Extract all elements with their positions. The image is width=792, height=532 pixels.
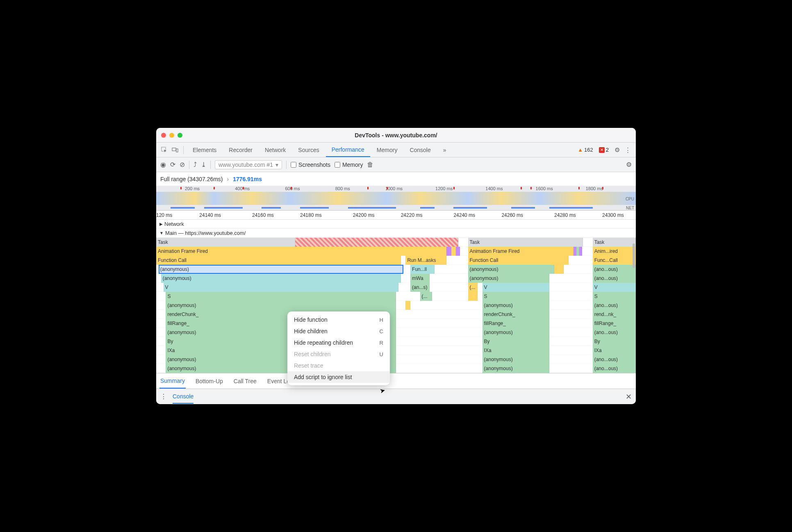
flame-bar[interactable]: S (482, 292, 550, 301)
tab-elements[interactable]: Elements (187, 143, 222, 157)
tab-network[interactable]: Network (259, 143, 291, 157)
flame-bar[interactable] (451, 247, 456, 256)
flame-bar[interactable] (576, 247, 579, 256)
tab-sources[interactable]: Sources (292, 143, 325, 157)
close-window-button[interactable] (161, 133, 166, 138)
flame-bar[interactable]: Fun...ll (410, 265, 435, 274)
flame-bar[interactable]: S (593, 292, 636, 301)
settings-gear-icon[interactable]: ⚙ (612, 145, 622, 155)
errors-badge[interactable]: ✕ 2 (599, 147, 609, 153)
flame-bar[interactable]: mWa (410, 274, 430, 283)
recording-selector[interactable]: www.youtube.com #1 ▾ (215, 160, 282, 169)
flame-bar[interactable]: V (482, 283, 550, 292)
flame-bar[interactable]: Animation Frame Fired (156, 247, 446, 256)
flame-bar[interactable]: V (593, 283, 636, 292)
flame-bar[interactable]: IXa (593, 346, 636, 355)
flame-bar[interactable] (405, 301, 410, 310)
flame-bar[interactable]: By (593, 337, 636, 346)
flame-bar[interactable]: (anonymous) (468, 274, 550, 283)
flame-bar[interactable]: (ano...ous) (593, 364, 636, 373)
flame-bar[interactable] (468, 292, 478, 301)
flame-bar[interactable]: fillRange_ (593, 319, 636, 328)
timeline-overview[interactable]: 200 ms 400 ms 600 ms 800 ms 1000 ms 1200… (156, 186, 636, 211)
tab-call-tree[interactable]: Call Tree (233, 373, 257, 389)
inspect-icon[interactable] (159, 145, 169, 155)
gc-icon[interactable]: 🗑 (367, 161, 373, 168)
flame-bar[interactable]: Run M...asks (405, 256, 446, 265)
flame-bar[interactable] (554, 265, 564, 274)
flame-bar[interactable]: By (482, 337, 550, 346)
flame-bar[interactable]: fillRange_ (482, 319, 550, 328)
flame-bar[interactable]: Task (593, 238, 636, 247)
tab-memory[interactable]: Memory (371, 143, 403, 157)
screenshots-checkbox[interactable] (291, 162, 296, 168)
flame-bar[interactable] (456, 247, 460, 256)
flame-bar[interactable]: (... (420, 292, 432, 301)
tab-summary[interactable]: Summary (159, 373, 186, 389)
tab-console[interactable]: Console (404, 143, 436, 157)
flame-bar-long-task[interactable] (295, 238, 458, 247)
kebab-menu-icon[interactable]: ⋮ (623, 145, 633, 155)
full-range-label[interactable]: Full range (34307.26ms) (160, 176, 223, 182)
menu-hide-function[interactable]: Hide function H (287, 314, 390, 325)
flame-bar[interactable]: Function Call (468, 256, 569, 265)
flame-bar[interactable]: (anonymous) (468, 265, 555, 274)
selected-range[interactable]: 1776.91ms (233, 176, 262, 182)
flame-bar[interactable]: Func...Call (593, 256, 636, 265)
flame-bar[interactable] (579, 247, 582, 256)
flame-bar[interactable]: V (164, 283, 398, 292)
flame-bar[interactable]: Function Call (156, 256, 401, 265)
close-drawer-icon[interactable]: ✕ (626, 392, 632, 401)
flame-bar[interactable]: (anonymous) (166, 301, 396, 310)
flame-bar[interactable] (446, 247, 451, 256)
capture-settings-icon[interactable]: ⚙ (626, 161, 632, 168)
menu-hide-children[interactable]: Hide children C (287, 325, 390, 337)
flame-bar[interactable]: rend...nk_ (593, 310, 636, 319)
flame-bar[interactable]: Animation Frame Fired (468, 247, 574, 256)
flame-bar[interactable]: (anonymous) (482, 364, 550, 373)
flame-bar[interactable]: (ano...ous) (593, 328, 636, 337)
flame-bar[interactable]: Task (156, 238, 295, 247)
upload-icon[interactable]: ⤴ (193, 161, 197, 168)
zoom-window-button[interactable] (178, 133, 182, 138)
flame-bar[interactable]: Anim...ired (593, 247, 636, 256)
flame-bar[interactable]: (ano...ous) (593, 265, 636, 274)
memory-toggle[interactable]: Memory (335, 161, 363, 168)
flame-bar[interactable]: renderChunk_ (482, 310, 550, 319)
flame-bar[interactable] (574, 247, 576, 256)
flame-chart[interactable]: ▶ Network ▼ Main — https://www.youtube.c… (156, 220, 636, 373)
flame-bar[interactable]: (anonymous) (482, 328, 550, 337)
flame-bar[interactable]: Task (468, 238, 583, 247)
flame-bar[interactable]: (anonymous) (161, 274, 401, 283)
flame-bar[interactable]: (ano...ous) (593, 301, 636, 310)
menu-hide-repeating[interactable]: Hide repeating children R (287, 337, 390, 348)
device-toggle-icon[interactable] (170, 145, 180, 155)
tab-recorder[interactable]: Recorder (223, 143, 258, 157)
flame-bar[interactable]: IXa (482, 346, 550, 355)
warnings-badge[interactable]: ▲ 162 (578, 147, 593, 153)
flame-bar[interactable]: (anonymous) (482, 355, 550, 364)
drawer-menu-icon[interactable]: ⋮ (160, 393, 167, 400)
flame-bar[interactable]: S (166, 292, 396, 301)
download-icon[interactable]: ⤓ (201, 161, 206, 168)
tabs-overflow[interactable]: » (437, 143, 452, 157)
network-track-header[interactable]: ▶ Network (156, 220, 636, 229)
flame-bar[interactable]: (ano...ous) (593, 355, 636, 364)
flame-bar[interactable]: (an...s) (410, 283, 430, 292)
flame-bar[interactable]: (ano...ous) (593, 274, 636, 283)
scrollbar[interactable] (633, 243, 635, 268)
screenshots-toggle[interactable]: Screenshots (291, 161, 330, 168)
tab-bottom-up[interactable]: Bottom-Up (195, 373, 224, 389)
minimize-window-button[interactable] (169, 133, 174, 138)
clear-button[interactable]: ⊘ (180, 161, 185, 168)
flame-bar[interactable]: (... (468, 283, 478, 292)
tab-performance[interactable]: Performance (326, 143, 370, 157)
flame-bar-selected[interactable]: (anonymous) (159, 265, 403, 274)
console-tab[interactable]: Console (173, 393, 193, 404)
record-button[interactable]: ◉ (160, 161, 166, 168)
memory-checkbox[interactable] (335, 162, 340, 168)
reload-record-button[interactable]: ⟳ (170, 161, 175, 168)
main-track-header[interactable]: ▼ Main — https://www.youtube.com/ (156, 229, 636, 238)
timeline-ruler[interactable]: 120 ms 24140 ms 24160 ms 24180 ms 24200 … (156, 211, 636, 220)
menu-add-ignore-list[interactable]: Add script to ignore list (287, 371, 390, 383)
